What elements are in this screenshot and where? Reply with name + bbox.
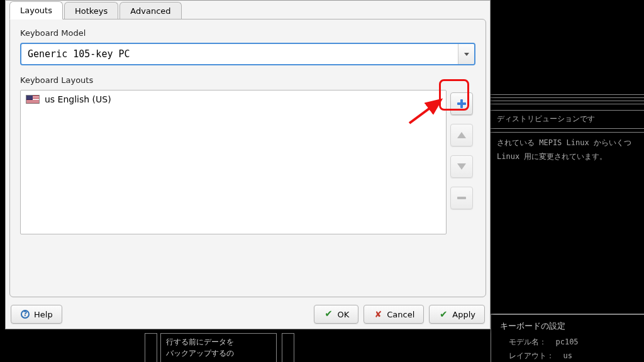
arrow-down-icon — [457, 163, 466, 170]
tab-hotkeys[interactable]: Hotkeys — [64, 2, 118, 19]
bg-line: ディストリビューションです — [497, 112, 595, 126]
bg-text: 行する前にデータを バックアップするの — [160, 333, 277, 362]
help-icon — [20, 309, 30, 319]
keyboard-settings-dialog: Layouts Hotkeys Advanced Keyboard Model … — [5, 0, 491, 329]
apply-icon: ✔ — [438, 309, 448, 319]
layout-label: us English (US) — [45, 94, 111, 104]
flag-us-icon — [26, 95, 40, 104]
bg-val: us — [563, 351, 572, 360]
bg-divider — [491, 101, 644, 104]
keyboard-model-dropdown-button[interactable] — [458, 44, 474, 64]
bg-line: されている MEPIS Linux からいくつ — [497, 136, 638, 150]
add-layout-button[interactable] — [450, 92, 473, 115]
bg-key: モデル名： — [509, 337, 547, 346]
bg-divider — [145, 333, 157, 362]
bg-line: 行する前にデータを — [166, 336, 271, 348]
bg-line: Linux 用に変更されています。 — [497, 150, 638, 164]
layout-side-buttons — [450, 90, 475, 234]
keyboard-model-input[interactable] — [21, 44, 458, 64]
desktop: ディストリビューションです されている MEPIS Linux からいくつ Li… — [0, 0, 644, 362]
button-label: Help — [34, 310, 53, 319]
cancel-button[interactable]: ✘ Cancel — [364, 305, 424, 324]
bg-key: レイアウト： — [509, 351, 554, 360]
button-label: Apply — [452, 310, 475, 319]
tab-layouts[interactable]: Layouts — [9, 1, 63, 19]
bg-keyboard-info: キーボードの設定 モデル名： pc105 レイアウト： us バリエーション： — [491, 314, 644, 362]
plus-icon — [457, 99, 466, 108]
button-label: OK — [337, 310, 349, 319]
bg-text: ディストリビューションです — [491, 110, 644, 129]
arrow-up-icon — [457, 132, 466, 138]
keyboard-model-combobox[interactable] — [20, 43, 475, 65]
list-item[interactable]: us English (US) — [25, 93, 442, 106]
bg-row: レイアウト： us — [500, 349, 635, 362]
ok-icon: ✔ — [323, 309, 333, 319]
tab-advanced[interactable]: Advanced — [119, 2, 181, 19]
help-button[interactable]: Help — [11, 305, 62, 324]
bg-line: バックアップするの — [166, 348, 271, 359]
keyboard-layouts-list[interactable]: us English (US) — [20, 90, 447, 234]
dialog-button-row: Help ✔ OK ✘ Cancel ✔ Apply — [6, 301, 490, 329]
keyboard-layouts-label: Keyboard Layouts — [20, 75, 475, 85]
remove-layout-button[interactable] — [450, 187, 473, 209]
minus-icon — [457, 197, 466, 199]
tab-panel-layouts: Keyboard Model Keyboard Layouts us Engli… — [9, 19, 486, 297]
keyboard-model-label: Keyboard Model — [20, 28, 475, 38]
cancel-icon: ✘ — [373, 309, 383, 319]
chevron-down-icon — [464, 53, 469, 56]
move-layout-down-button[interactable] — [450, 155, 473, 178]
bg-row: モデル名： pc105 — [500, 336, 635, 349]
move-layout-up-button[interactable] — [450, 124, 473, 146]
keyboard-layouts-area: us English (US) — [20, 90, 475, 234]
button-label: Cancel — [387, 310, 414, 319]
ok-button[interactable]: ✔ OK — [314, 305, 358, 324]
apply-button[interactable]: ✔ Apply — [429, 305, 485, 324]
bg-val: pc105 — [555, 337, 578, 346]
bg-text: されている MEPIS Linux からいくつ Linux 用に変更されています… — [491, 132, 644, 314]
tab-bar: Layouts Hotkeys Advanced — [6, 1, 490, 19]
bg-heading: キーボードの設定 — [500, 319, 635, 333]
bg-divider — [491, 94, 644, 98]
bg-divider — [282, 333, 294, 362]
